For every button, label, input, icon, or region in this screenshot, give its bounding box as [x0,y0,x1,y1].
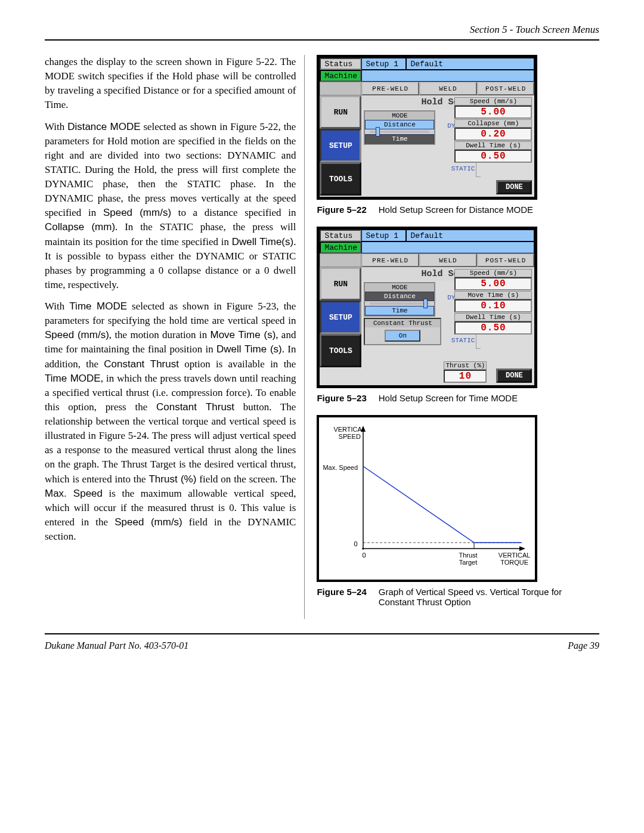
figure-5-24-graph: VERTICAL SPEED Max. Speed 0 0 Thrust Tar… [317,415,537,582]
dwell-label: Dwell Time (s) [454,313,532,321]
setup1-label: Setup 1 [361,230,406,241]
tab-weld[interactable]: WELD [419,253,477,267]
mode-switch[interactable]: MODE Distance Time [364,282,435,317]
figure-5-24-caption: Graph of Vertical Speed vs. Vertical Tor… [379,587,599,607]
figure-5-23-screen: Status Setup 1 Default Machine RUN SETUP… [317,227,537,388]
setup-button[interactable]: SETUP [320,301,361,334]
speed-value[interactable]: 5.00 [454,277,532,290]
figure-5-22-caption: Hold Setup Screen for Distance MODE [379,205,533,215]
machine-label: Machine [320,70,361,82]
setup1-label: Setup 1 [361,58,406,70]
x-axis-label: VERTICAL [499,552,531,559]
zero-label: 0 [362,552,366,559]
collapse-label: Collapse (mm) [454,119,532,128]
move-time-label: Move Time (s) [454,291,532,299]
page-header: Section 5 - Touch Screen Menus [45,24,599,41]
static-label: STATIC [439,165,475,172]
blank-bar [361,70,534,82]
machine-label: Machine [320,241,361,253]
x-axis-label: TORQUE [500,559,528,566]
thrust-label: Thrust (%) [444,361,487,370]
run-button[interactable]: RUN [320,95,361,129]
tools-button[interactable]: TOOLS [320,162,361,196]
thrust-target-label: Target [459,559,478,566]
move-time-value[interactable]: 0.10 [454,299,532,312]
dwell-value[interactable]: 0.50 [454,321,532,335]
done-button[interactable]: DONE [496,180,532,194]
max-speed-label: Max. Speed [323,464,358,471]
mode-slider-thumb[interactable] [423,299,428,308]
footer-left: Dukane Manual Part No. 403-570-01 [45,640,188,651]
figure-5-23-caption: Hold Setup Screen for Time MODE [379,393,518,403]
figure-5-24-number: Figure 5–24 [317,587,366,607]
run-button[interactable]: RUN [320,267,361,301]
status-label: Status [320,230,361,241]
zero-label: 0 [354,540,357,547]
default-label: Default [406,230,534,241]
y-axis-label: VERTICAL [333,426,366,433]
speed-label: Speed (mm/s) [454,97,532,106]
status-label: Status [320,58,361,70]
paragraph-2: With Distance MODE selected as shown in … [45,120,296,293]
paragraph-3: With Time MODE selected as shown in Figu… [45,299,296,544]
svg-line-5 [363,466,474,543]
footer-right: Page 39 [568,640,599,651]
tab-postweld[interactable]: POST-WELD [477,82,535,95]
body-text-column: changes the display to the screen shown … [45,55,305,619]
y-axis-label: SPEED [339,433,361,440]
mode-slider-thumb[interactable] [376,127,380,137]
figure-5-22-screen: Status Setup 1 Default Machine RUN SETUP… [317,55,537,200]
tab-preweld[interactable]: PRE-WELD [361,82,419,95]
tab-postweld[interactable]: POST-WELD [477,253,535,267]
thrust-value[interactable]: 10 [444,370,487,383]
default-label: Default [406,58,534,70]
speed-label: Speed (mm/s) [454,269,532,277]
dwell-label: Dwell Time (s) [454,141,532,150]
tab-preweld[interactable]: PRE-WELD [361,253,419,267]
figure-5-23-number: Figure 5–23 [317,393,366,403]
constant-thrust-label: Constant Thrust [365,319,440,327]
paragraph-1: changes the display to the screen shown … [45,55,296,113]
dwell-value[interactable]: 0.50 [454,150,532,163]
tab-weld[interactable]: WELD [419,82,477,95]
setup-button[interactable]: SETUP [320,129,361,162]
static-label: STATIC [439,337,475,344]
thrust-target-label: Thrust [459,552,477,559]
figure-5-22-number: Figure 5–22 [317,205,366,215]
collapse-value[interactable]: 0.20 [454,128,532,141]
done-button[interactable]: DONE [496,368,532,383]
constant-thrust-on-button[interactable]: On [385,330,420,342]
tools-button[interactable]: TOOLS [320,334,361,367]
speed-value[interactable]: 5.00 [454,106,532,119]
mode-switch[interactable]: MODE Distance Time [364,110,435,145]
blank-bar [361,241,534,253]
svg-marker-3 [519,546,525,551]
